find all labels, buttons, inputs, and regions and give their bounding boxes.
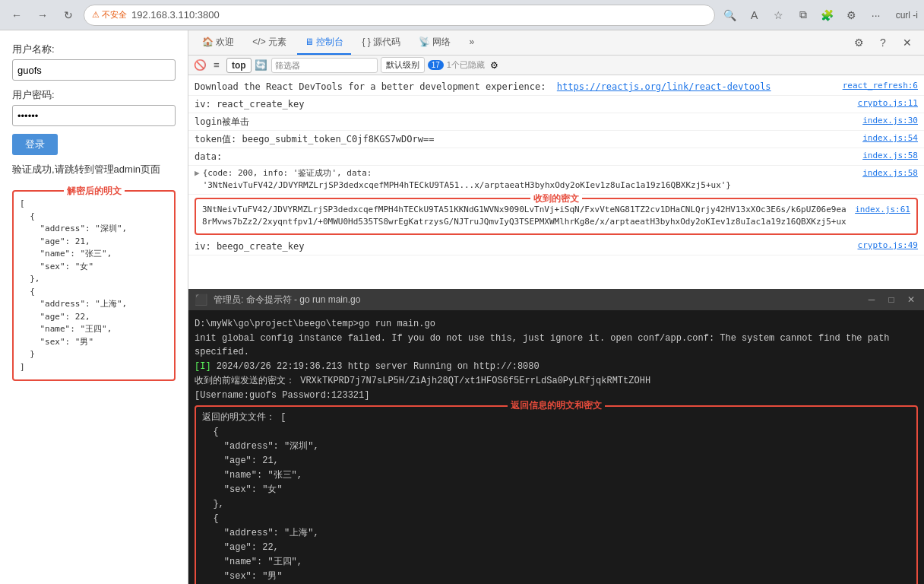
crypto-box: 收到的密文 3NtNeivTuFV42/JDVYRMZLrjSP3dedxcqe…: [195, 198, 918, 235]
console-area: Download the React DevTools for a better…: [188, 75, 924, 289]
term-line: "age": 22,: [202, 541, 910, 554]
log-entry-iv: iv: react_create_key crypto.js:11: [188, 96, 924, 113]
login-button[interactable]: 登录: [12, 134, 58, 155]
react-devtools-link[interactable]: https://reactjs.org/link/react-devtools: [557, 81, 771, 92]
security-warning: ⚠ 不安全: [92, 9, 127, 21]
devtools-split: Download the React DevTools for a better…: [188, 75, 924, 584]
log-entry-data: data: index.js:58: [188, 148, 924, 166]
term-line: },: [202, 497, 910, 511]
log-source-iv2[interactable]: crypto.js:49: [858, 240, 918, 253]
return-info-box: 返回信息的明文和密文 返回的明文文件： [ { "address": "深圳",…: [195, 405, 918, 584]
browser-body: 用户名称: 用户密码: 登录 验证成功,请跳转到管理admin页面 解密后的明文…: [0, 30, 924, 584]
left-panel: 用户名称: 用户密码: 登录 验证成功,请跳转到管理admin页面 解密后的明文…: [0, 30, 188, 584]
term-line: 返回的明文文件： [: [202, 411, 910, 424]
log-text-login: login被单击: [195, 115, 856, 129]
term-line: D:\myWk\go\project\beego\temp>go run mai…: [195, 317, 918, 331]
username-input[interactable]: [12, 59, 176, 81]
decrypt-content: [ { "address": "深圳", "age": 21, "name": …: [20, 198, 168, 373]
bookmark-button[interactable]: ☆: [768, 5, 790, 26]
terminal-header: ⬛ 管理员: 命令提示符 - go run main.go ─ □ ✕: [188, 289, 924, 310]
log-source-iv[interactable]: crypto.js:11: [858, 97, 918, 111]
top-filter-label[interactable]: top: [226, 58, 252, 73]
search-button[interactable]: 🔍: [720, 5, 741, 26]
tab-button[interactable]: ⧉: [793, 5, 814, 26]
devtools-top: Download the React DevTools for a better…: [188, 75, 924, 289]
crypto-box-label: 收到的密文: [530, 192, 582, 205]
filter-input[interactable]: [271, 58, 378, 73]
log-text-data: data:: [195, 150, 856, 163]
log-entry-login: login被单击 index.js:30: [188, 113, 924, 131]
devtools-settings[interactable]: ⚙: [848, 32, 869, 53]
username-label: 用户名称:: [12, 43, 176, 56]
log-entry-token: token值: beego_submit_token_C0jf8KGS7wDOr…: [188, 131, 924, 148]
term-line: [I] 2024/03/26 22:19:36.213 http server …: [195, 360, 918, 373]
back-button[interactable]: ←: [6, 5, 27, 26]
log-entry: Download the React DevTools for a better…: [188, 78, 924, 96]
dt-nav-more[interactable]: »: [461, 30, 482, 55]
crypto-text: 3NtNeivTuFV42/JDVYRMZLrjSP3dedxcqefMPH4h…: [202, 204, 849, 229]
refresh-icon[interactable]: 🔄: [255, 59, 268, 72]
log-source-dataobj[interactable]: index.js:58: [862, 167, 918, 192]
terminal-maximize[interactable]: □: [884, 293, 898, 306]
font-button[interactable]: A: [744, 5, 765, 26]
clear-console-button[interactable]: 🚫: [193, 59, 207, 72]
crypto-source[interactable]: index.js:61: [855, 204, 910, 217]
settings-button[interactable]: ⚙: [841, 5, 862, 26]
decrypt-box-label: 解密后的明文: [64, 184, 125, 198]
term-line: "name": "王四",: [202, 555, 910, 569]
dt-nav-elements[interactable]: </> 元素: [245, 30, 294, 55]
console-settings[interactable]: ⚙: [488, 59, 502, 72]
terminal-minimize[interactable]: ─: [865, 293, 878, 306]
extension-button[interactable]: 🧩: [817, 5, 838, 26]
level-filter[interactable]: 默认级别: [381, 57, 425, 73]
terminal-container: ⬛ 管理员: 命令提示符 - go run main.go ─ □ ✕ D:\m…: [188, 289, 924, 584]
hidden-count: 1个已隐藏: [447, 59, 485, 71]
more-button[interactable]: ···: [865, 5, 887, 26]
success-message: 验证成功,请跳转到管理admin页面: [12, 163, 176, 176]
log-text-dataobj: {code: 200, info: '鉴证成功', data: '3NtNeiv…: [203, 167, 857, 192]
expand-arrow[interactable]: ▶: [195, 167, 200, 192]
decrypt-box: 解密后的明文 [ { "address": "深圳", "age": 21, "…: [12, 190, 176, 381]
term-line: "address": "上海",: [202, 526, 910, 540]
log-source-login[interactable]: index.js:30: [862, 115, 918, 129]
toolbar-right: 🔍 A ☆ ⧉ 🧩 ⚙ ··· curl -i: [720, 5, 918, 26]
devtools-help[interactable]: ?: [872, 32, 894, 53]
dt-nav-welcome[interactable]: 🏠 欢迎: [195, 30, 242, 55]
log-entry-iv2: iv: beego_create_key crypto.js:49: [188, 238, 924, 256]
return-info-label: 返回信息的明文和密文: [508, 399, 605, 412]
dt-nav-network[interactable]: 📡 网络: [411, 30, 458, 55]
term-line: init global config instance failed. If y…: [195, 332, 918, 359]
browser-toolbar: ← → ↻ ⚠ 不安全 192.168.3.110:3800 🔍 A ☆ ⧉ 🧩…: [0, 0, 924, 30]
devtools-nav: 🏠 欢迎 </> 元素 🖥 控制台 { } 源代码 📡 网络 » ⚙ ? ✕: [188, 30, 924, 56]
dt-nav-console[interactable]: 🖥 控制台: [297, 30, 351, 55]
term-line: {: [202, 512, 910, 525]
term-line: "name": "张三",: [202, 468, 910, 482]
term-line: "sex": "男": [202, 570, 910, 583]
log-text-iv2: iv: beego_create_key: [195, 240, 852, 253]
browser-window: ← → ↻ ⚠ 不安全 192.168.3.110:3800 🔍 A ☆ ⧉ 🧩…: [0, 0, 924, 584]
terminal-icon: ⬛: [195, 294, 207, 306]
log-text-iv: iv: react_create_key: [195, 97, 852, 111]
console-toolbar: 🚫 ≡ top 🔄 默认级别 17 1个已隐藏 ⚙: [188, 56, 924, 75]
curl-text: curl -i: [896, 10, 918, 21]
address-bar[interactable]: ⚠ 不安全 192.168.3.110:3800: [84, 5, 715, 26]
log-text-token: token值: beego_submit_token_C0jf8KGS7wDOr…: [195, 132, 856, 146]
log-source-token[interactable]: index.js:54: [862, 132, 918, 146]
log-entry-dataobj: ▶ {code: 200, info: '鉴证成功', data: '3NtNe…: [188, 166, 924, 195]
password-input[interactable]: [12, 105, 176, 126]
reload-button[interactable]: ↻: [58, 5, 79, 26]
log-count: 17: [428, 60, 444, 70]
log-source[interactable]: react_refresh:6: [843, 80, 918, 94]
toggle-sidebar-button[interactable]: ≡: [210, 59, 223, 72]
term-line: "sex": "女": [202, 483, 910, 497]
log-source-data[interactable]: index.js:58: [862, 150, 918, 163]
forward-button[interactable]: →: [32, 5, 53, 26]
term-line: 收到的前端发送的密文： VRXkTKPRD7j7N7sLP5H/ZiAjh28Q…: [195, 374, 918, 388]
password-label: 用户密码:: [12, 88, 176, 102]
right-panel: 🏠 欢迎 </> 元素 🖥 控制台 { } 源代码 📡 网络 » ⚙ ? ✕ 🚫…: [188, 30, 924, 584]
terminal[interactable]: D:\myWk\go\project\beego\temp>go run mai…: [188, 310, 924, 584]
dt-nav-sources[interactable]: { } 源代码: [354, 30, 408, 55]
terminal-close[interactable]: ✕: [904, 293, 918, 306]
devtools-close[interactable]: ✕: [897, 32, 918, 53]
term-line: {: [202, 425, 910, 439]
